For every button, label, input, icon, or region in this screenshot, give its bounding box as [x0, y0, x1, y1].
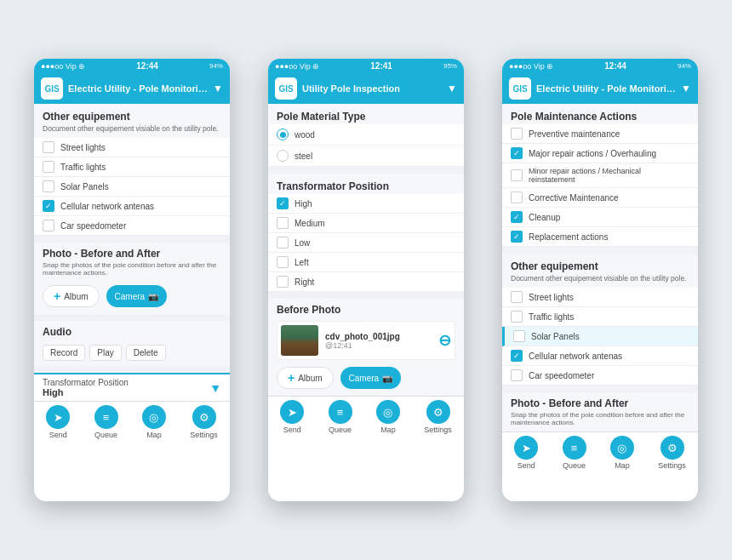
item-cleanup-right[interactable]: Cleanup	[502, 208, 698, 227]
item-low-center[interactable]: Low	[268, 233, 464, 253]
nav-settings-center[interactable]: ⚙ Settings	[424, 400, 452, 434]
nav-settings-right[interactable]: ⚙ Settings	[658, 436, 686, 470]
item-wood[interactable]: wood	[268, 124, 464, 146]
checkbox-replacement-right[interactable]	[511, 231, 523, 243]
checkbox-preventive-right[interactable]	[511, 128, 523, 140]
item-cellular-right[interactable]: Cellular network antenas	[502, 346, 698, 366]
chevron-center[interactable]: ▼	[447, 83, 457, 94]
checkbox-solar-panels-right[interactable]	[513, 330, 525, 342]
item-speedometer-left[interactable]: Car speedometer	[34, 216, 230, 236]
label-wood: wood	[295, 130, 315, 140]
checkbox-speedometer-left[interactable]	[43, 220, 54, 231]
nav-send-center[interactable]: ➤ Send	[280, 400, 304, 434]
send-label-left: Send	[49, 431, 67, 439]
item-cellular-left[interactable]: Cellular network antenas	[34, 197, 230, 216]
delete-btn-left[interactable]: Delete	[126, 345, 166, 361]
item-corrective-right[interactable]: Corrective Maintenance	[502, 188, 698, 208]
nav-send-left[interactable]: ➤ Send	[46, 405, 70, 439]
checkbox-solar-panels-left[interactable]	[43, 180, 54, 192]
item-traffic-lights-right[interactable]: Traffic lights	[502, 307, 698, 327]
nav-map-center[interactable]: ◎ Map	[376, 400, 400, 434]
checkbox-cleanup-right[interactable]	[511, 211, 523, 223]
item-traffic-lights-left[interactable]: Traffic lights	[34, 157, 230, 177]
queue-icon-left: ≡	[94, 405, 118, 429]
app-logo-center: GIS	[275, 77, 297, 100]
checkbox-right-center[interactable]	[277, 276, 289, 288]
play-btn-left[interactable]: Play	[89, 345, 121, 361]
camera-btn-left[interactable]: Camera 📷	[106, 285, 168, 307]
checkbox-street-lights-left[interactable]	[43, 141, 54, 153]
item-street-lights-right[interactable]: Street lights	[502, 288, 698, 307]
item-speedometer-right[interactable]: Car speedometer	[502, 366, 698, 386]
nav-queue-left[interactable]: ≡ Queue	[94, 405, 118, 439]
photo-title-center: Before Photo	[268, 299, 464, 317]
item-medium-center[interactable]: Medium	[268, 214, 464, 233]
radio-wood[interactable]	[277, 129, 289, 140]
queue-label-left: Queue	[94, 431, 117, 439]
settings-icon-right: ⚙	[661, 436, 684, 460]
chevron-left[interactable]: ▼	[213, 83, 223, 94]
item-steel[interactable]: steel	[268, 146, 464, 167]
item-solar-panels-right[interactable]: Solar Panels	[502, 327, 698, 346]
checkbox-high-center[interactable]	[277, 197, 289, 209]
item-right-center[interactable]: Right	[268, 272, 464, 292]
label-low-center: Low	[295, 238, 310, 248]
nav-map-right[interactable]: ◎ Map	[610, 436, 634, 470]
checkbox-street-lights-right[interactable]	[511, 291, 523, 303]
item-solar-panels-left[interactable]: Solar Panels	[34, 177, 230, 197]
label-speedometer-left: Car speedometer	[60, 221, 126, 231]
album-btn-center[interactable]: + Album	[277, 367, 334, 389]
checkbox-corrective-right[interactable]	[511, 191, 523, 203]
transformator-chevron-left[interactable]: ▼	[209, 381, 221, 395]
photo-remove-center[interactable]: ⊖	[438, 331, 451, 350]
divider-2-left	[34, 314, 230, 321]
divider-2-right	[502, 386, 698, 392]
chevron-right[interactable]: ▼	[681, 83, 691, 94]
checkbox-traffic-lights-left[interactable]	[43, 161, 54, 173]
map-label-left: Map	[146, 431, 162, 439]
item-minor-right[interactable]: Minor repair actions / Mechanical reinst…	[502, 163, 698, 188]
map-icon-right: ◎	[610, 436, 634, 460]
checkbox-speedometer-right[interactable]	[511, 369, 523, 381]
bottom-nav-left: ➤ Send ≡ Queue ◎ Map ⚙ Settings	[34, 401, 230, 441]
checkbox-cellular-left[interactable]	[43, 200, 54, 212]
nav-send-right[interactable]: ➤ Send	[514, 436, 538, 470]
nav-queue-center[interactable]: ≡ Queue	[329, 400, 352, 434]
label-speedometer-right: Car speedometer	[529, 371, 594, 380]
audio-section-left: Audio Record Play Delete	[34, 321, 230, 366]
camera-btn-center[interactable]: Camera 📷	[340, 367, 402, 389]
photo-sub-right: Snap the photos of the pole condition be…	[502, 411, 698, 431]
album-btn-left[interactable]: + Album	[43, 285, 100, 307]
nav-map-left[interactable]: ◎ Map	[142, 405, 166, 439]
photo-name-center: cdv_photo_001jpg	[325, 332, 432, 341]
item-replacement-right[interactable]: Replacement actions	[502, 227, 698, 247]
checkbox-traffic-lights-right[interactable]	[511, 311, 523, 323]
transformator-field-left[interactable]: Transformator Position High ▼	[34, 373, 230, 401]
item-left-center[interactable]: Left	[268, 253, 464, 272]
battery-left: 94%	[209, 62, 223, 70]
checkbox-medium-center[interactable]	[277, 217, 289, 229]
map-icon-left: ◎	[142, 405, 166, 429]
checkbox-minor-right[interactable]	[511, 169, 523, 181]
plus-icon-left: +	[54, 289, 60, 303]
phone-center: ●●●oo Vip ⊕ 12:41 95% GIS Utility Pole I…	[268, 59, 464, 501]
checkbox-major-right[interactable]	[511, 147, 523, 159]
label-replacement-right: Replacement actions	[529, 232, 608, 242]
nav-settings-left[interactable]: ⚙ Settings	[190, 405, 218, 439]
record-btn-left[interactable]: Record	[43, 345, 85, 361]
map-label-right: Map	[615, 461, 630, 470]
label-minor-right: Minor repair actions / Mechanical reinst…	[529, 167, 689, 184]
app-header-center: GIS Utility Pole Inspection ▼	[268, 73, 464, 104]
nav-queue-right[interactable]: ≡ Queue	[563, 436, 586, 470]
app-title-left: Electric Utility - Pole Monitoring an...	[68, 83, 208, 94]
item-street-lights-left[interactable]: Street lights	[34, 138, 230, 157]
checkbox-low-center[interactable]	[277, 237, 289, 249]
radio-steel[interactable]	[277, 150, 289, 162]
checkbox-left-center[interactable]	[277, 256, 289, 268]
photo-title-right: Photo - Before and After	[502, 392, 698, 411]
checkbox-cellular-right[interactable]	[511, 350, 523, 362]
item-preventive-right[interactable]: Preventive maintenance	[502, 124, 698, 144]
item-high-center[interactable]: High	[268, 194, 464, 214]
item-major-right[interactable]: Major repair actions / Overhauling	[502, 144, 698, 163]
label-steel: steel	[295, 151, 312, 161]
